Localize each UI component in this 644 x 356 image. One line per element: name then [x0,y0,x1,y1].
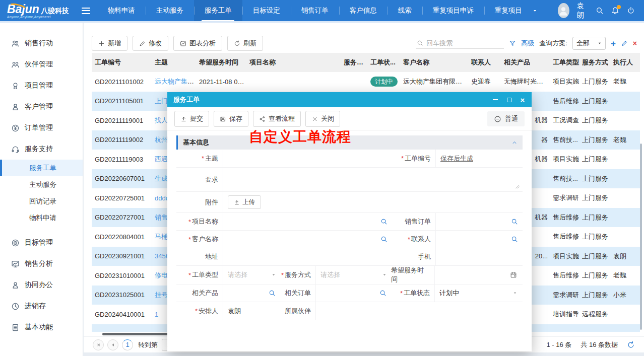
column-header-id[interactable]: 工单编号 [92,58,155,67]
product-field[interactable] [223,284,280,302]
project-field[interactable] [223,213,392,230]
advanced-search-link[interactable]: 高级 [521,39,534,48]
toolbar-button-3[interactable]: 图表分析 [173,36,222,51]
prev-page-button[interactable] [107,339,118,350]
nav-overflow-caret-icon[interactable] [533,9,537,13]
sidebar-item-2[interactable]: 伙伴管理 [0,54,83,75]
delete-scheme-icon[interactable]: × [633,39,637,47]
menu-hamburger-icon[interactable] [82,8,90,14]
sidebar-item-11[interactable]: 目标管理 [0,232,83,253]
column-header-method[interactable]: 服务方式 [582,58,613,67]
sidebar-item-15[interactable]: 基本功能 [0,317,83,338]
method-select[interactable]: 请选择 [315,266,391,284]
close-icon[interactable]: × [520,97,526,103]
magnifier-icon[interactable] [380,218,388,225]
magnifier-icon[interactable] [380,236,388,243]
calendar-icon[interactable] [510,271,517,278]
column-header-status[interactable]: 工单状... [370,58,403,67]
table-row[interactable]: GD20211101002远大物产集团信...2021-11-08 08:59计… [92,72,640,92]
sidebar-item-14[interactable]: 进销存 [0,296,83,317]
sidebar-item-10[interactable]: 物料申请 [0,209,83,226]
search-icon[interactable] [596,7,604,15]
requirement-label: 要求 [176,168,223,191]
modal-button-3[interactable]: 查看流程 [253,111,301,127]
nav-tab-2[interactable]: 主动服务 [146,0,194,21]
toolbar-button-2[interactable]: 修改 [133,36,168,51]
assignee-field[interactable]: 袁朗 [223,302,280,320]
minimize-icon[interactable] [492,97,498,103]
nav-tab-9[interactable]: 重复项目 [484,0,533,21]
nav-tab-3[interactable]: 服务工单 [194,0,242,21]
modal-button-2[interactable]: 保存 [214,111,248,127]
query-scheme-select[interactable]: 全部 [572,37,606,50]
nav-tab-8[interactable]: 重复项目申诉 [422,0,484,21]
bell-icon[interactable] [611,7,619,15]
toolbar-button-1[interactable]: 新增 [92,36,127,51]
upload-button[interactable]: 上传 [228,195,261,209]
sidebar-item-4[interactable]: 客户管理 [0,96,83,117]
modal-button-4[interactable]: 关闭 [305,111,340,127]
nav-tab-4[interactable]: 目标设定 [242,0,291,21]
collapse-chevron-icon[interactable] [511,139,518,146]
vertical-scrollbar[interactable] [640,144,642,330]
nav-tab-1[interactable]: 物料申请 [97,0,146,21]
toolbar-button-4[interactable]: 刷新 [227,36,263,51]
power-icon[interactable] [627,7,635,15]
sidebar-item-1[interactable]: 销售行动 [0,33,83,54]
subject-link[interactable]: 1 [155,311,158,318]
nav-tab-5[interactable]: 销售订单 [291,0,339,21]
status-select[interactable]: 计划中 [434,284,522,302]
username[interactable]: 袁朗 [577,1,588,20]
refresh-icon[interactable] [627,341,635,349]
sidebar-item-5[interactable]: 订单管理 [0,117,83,138]
first-page-button[interactable] [93,339,104,350]
modal-button-1[interactable]: 提交 [174,111,209,127]
column-header-time[interactable]: 希望服务时间 [199,58,249,67]
column-header-product[interactable]: 相关产品 [504,58,553,67]
sidebar-item-6[interactable]: 服务支持 [0,138,83,160]
nav-tab-7[interactable]: 线索 [388,0,422,21]
nav-tabs: 物料申请主动服务服务工单目标设定销售订单客户信息线索重复项目申诉重复项目 [97,0,533,21]
resize-handle-icon[interactable] [514,184,520,189]
maximize-icon[interactable] [506,97,512,103]
sidebar-item-7[interactable]: 服务工单 [0,160,83,176]
address-field[interactable] [223,248,392,265]
sidebar-item-13[interactable]: 协同办公 [0,274,83,296]
sales-order-field[interactable] [435,213,523,230]
sidebar-item-3[interactable]: 项目管理 [0,75,83,96]
magnifier-icon[interactable] [269,290,276,297]
magnifier-icon[interactable] [511,218,518,225]
contact-field[interactable] [435,231,523,248]
column-header-customer[interactable]: 客户名称 [403,58,471,67]
column-header-contact[interactable]: 联系人 [471,58,504,67]
customer-field[interactable] [223,231,392,248]
requirement-textarea[interactable] [223,168,523,191]
add-scheme-button[interactable]: + [611,39,616,48]
type-select[interactable]: 请选择 [223,266,280,284]
hope-time-field[interactable] [434,266,522,284]
nav-tab-6[interactable]: 客户信息 [339,0,388,21]
search-input[interactable] [426,39,492,47]
sidebar-item-12[interactable]: 销售分析 [0,253,83,274]
partner-field[interactable] [315,302,523,320]
related-order-field[interactable] [315,284,391,302]
priority-button[interactable]: 普通 [487,111,525,126]
column-header-subject[interactable]: 主题 [155,58,199,67]
sidebar-item-9[interactable]: 回访记录 [0,193,83,209]
column-header-executor[interactable]: 执行人 [613,58,638,67]
order-no-value: 保存后生成 [440,154,473,163]
avatar[interactable] [558,3,569,18]
column-header-requirement[interactable]: 服务要求 [344,58,370,67]
current-page-indicator[interactable]: 1 [122,339,133,350]
subject-link[interactable]: 远大物产集团信... [155,78,199,85]
subject-field[interactable] [223,150,392,167]
cell-id: GD20211101002 [92,78,155,86]
column-header-type[interactable]: 工单类型 [553,58,582,67]
magnifier-icon[interactable] [379,290,387,297]
sidebar-item-8[interactable]: 主动服务 [0,176,83,193]
filter-funnel-icon[interactable] [509,40,516,47]
mobile-field[interactable] [435,248,523,265]
magnifier-icon[interactable] [511,236,518,243]
column-header-project[interactable]: 项目名称 [249,58,344,67]
edit-scheme-icon[interactable] [621,40,628,47]
